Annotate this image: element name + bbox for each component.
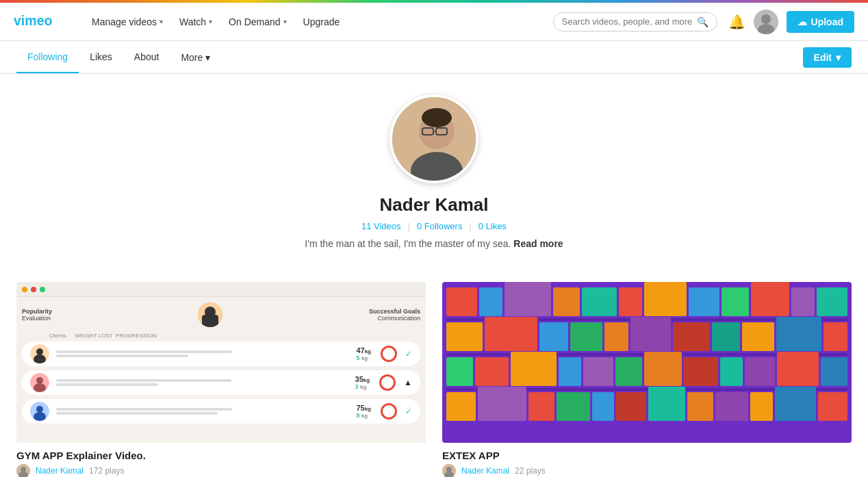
extex-thumbnail xyxy=(442,282,852,443)
window-dot xyxy=(31,287,36,292)
svg-point-28 xyxy=(446,467,452,472)
window-bar xyxy=(16,282,426,297)
search-input[interactable] xyxy=(562,16,697,27)
profile-name: Nader Kamal xyxy=(14,194,854,216)
video-grid: Popularity Evaluation Successful Goals xyxy=(0,268,868,477)
video-info: EXTEX APP Nader Kamal 22 plays xyxy=(442,450,852,477)
subnav-about[interactable]: About xyxy=(123,42,170,73)
read-more-link[interactable]: Read more xyxy=(513,238,563,249)
svg-text:vimeo: vimeo xyxy=(14,13,53,28)
shelf-row xyxy=(446,392,847,421)
chevron-down-icon: ▾ xyxy=(283,18,287,25)
client-row: 35kg 3 kg ▲ xyxy=(22,370,420,395)
profile-bio: I'm the man at the sail, I'm the master … xyxy=(14,238,854,249)
svg-point-2 xyxy=(761,14,771,24)
navbar: vimeo Manage videos ▾ Watch ▾ On Demand … xyxy=(0,3,868,41)
video-meta: Nader Kamal 22 plays xyxy=(442,464,852,477)
chevron-down-icon: ▾ xyxy=(836,52,841,63)
profile-subnav: Following Likes About More ▾ Edit ▾ xyxy=(0,41,868,74)
search-bar: 🔍 xyxy=(553,12,717,31)
nav-watch[interactable]: Watch ▾ xyxy=(173,11,219,33)
nav-manage-videos[interactable]: Manage videos ▾ xyxy=(85,11,170,33)
gym-top-section: Popularity Evaluation Successful Goals xyxy=(22,302,420,327)
video-thumbnail: Popularity Evaluation Successful Goals xyxy=(16,282,426,443)
avatar-image xyxy=(754,10,778,34)
svg-point-11 xyxy=(422,108,452,127)
plays-count: 22 plays xyxy=(515,466,546,476)
video-author[interactable]: Nader Kamal xyxy=(461,466,509,476)
svg-point-25 xyxy=(21,467,26,472)
nav-upgrade[interactable]: Upgrade xyxy=(296,11,347,33)
client-row: 47kg 5 kg ✓ xyxy=(22,341,420,366)
video-info: GYM APP Explainer Video. Nader Kamal 172… xyxy=(16,450,426,477)
stat-divider: | xyxy=(408,221,410,231)
subnav-likes[interactable]: Likes xyxy=(79,42,123,73)
window-dot xyxy=(22,287,27,292)
subnav-following[interactable]: Following xyxy=(16,42,79,73)
notification-bell[interactable]: 🔔 xyxy=(728,14,745,30)
video-title[interactable]: EXTEX APP xyxy=(442,450,852,461)
svg-point-16 xyxy=(36,348,43,355)
video-thumbnail xyxy=(442,282,852,443)
chevron-down-icon: ▾ xyxy=(209,18,212,25)
svg-point-22 xyxy=(36,406,43,413)
video-title[interactable]: GYM APP Explainer Video. xyxy=(16,450,426,461)
chevron-down-icon: ▾ xyxy=(205,52,210,63)
likes-stat[interactable]: 0 Likes xyxy=(478,221,507,231)
author-avatar xyxy=(16,464,30,477)
main-nav: Manage videos ▾ Watch ▾ On Demand ▾ Upgr… xyxy=(85,11,553,33)
client-row: 75kg 8 kg ✓ xyxy=(22,399,420,424)
video-card[interactable]: Popularity Evaluation Successful Goals xyxy=(16,282,426,477)
edit-button[interactable]: Edit ▾ xyxy=(803,47,852,68)
shelf-row xyxy=(446,357,847,386)
profile-header: Nader Kamal 11 Videos | 0 Followers | 0 … xyxy=(0,74,868,268)
author-avatar xyxy=(442,464,456,477)
followers-stat[interactable]: 0 Followers xyxy=(417,221,462,231)
plays-count: 172 plays xyxy=(89,466,124,476)
window-content: Popularity Evaluation Successful Goals xyxy=(16,297,426,443)
upload-icon: ☁ xyxy=(797,16,807,27)
vimeo-logo[interactable]: vimeo xyxy=(14,11,68,32)
chevron-down-icon: ▾ xyxy=(159,18,163,25)
nav-on-demand[interactable]: On Demand ▾ xyxy=(222,11,293,33)
svg-point-19 xyxy=(36,377,43,384)
video-meta: Nader Kamal 172 plays xyxy=(16,464,426,477)
stat-divider: | xyxy=(469,221,471,231)
window-dot xyxy=(40,287,45,292)
profile-avatar xyxy=(390,94,478,183)
video-card[interactable]: EXTEX APP Nader Kamal 22 plays xyxy=(442,282,852,477)
shelf-row xyxy=(446,287,847,316)
videos-stat[interactable]: 11 Videos xyxy=(361,221,401,231)
user-avatar[interactable] xyxy=(754,10,778,34)
svg-rect-14 xyxy=(202,315,218,327)
profile-stats: 11 Videos | 0 Followers | 0 Likes xyxy=(14,221,854,231)
subnav-more[interactable]: More ▾ xyxy=(170,42,221,73)
upload-button[interactable]: ☁ Upload xyxy=(787,11,854,33)
gym-thumbnail: Popularity Evaluation Successful Goals xyxy=(16,282,426,443)
search-icon[interactable]: 🔍 xyxy=(697,16,709,27)
avatar-image xyxy=(392,97,478,183)
video-author[interactable]: Nader Kamal xyxy=(36,466,84,476)
shelf-row xyxy=(446,322,847,351)
